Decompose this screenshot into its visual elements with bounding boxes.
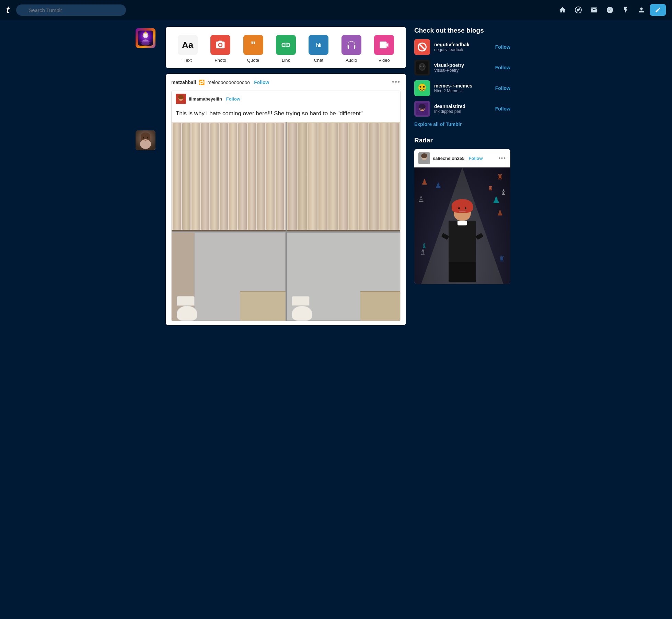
post-follow-button[interactable]: Follow	[254, 80, 269, 85]
blog-tagline-2: Visual-Poetry	[434, 68, 491, 73]
chess-piece-1: ♟	[421, 178, 428, 187]
post-author[interactable]: matzahball	[171, 80, 196, 85]
chess-piece-8: ♜	[498, 255, 505, 264]
reblogged-username[interactable]: lilmamabeyellin	[189, 96, 222, 102]
radar-follow-button[interactable]: Follow	[469, 156, 483, 161]
svg-point-32	[423, 86, 425, 88]
blog-avatar-2[interactable]	[414, 60, 430, 75]
text-label: Text	[184, 58, 192, 63]
quote-label: Quote	[247, 58, 259, 63]
blog-name-1[interactable]: negutivfeadbak	[434, 42, 491, 47]
right-sidebar: Check out these blogs negutivfeadbak neg…	[414, 27, 510, 294]
post-more-button[interactable]: •••	[392, 79, 401, 86]
blog-info-1: negutivfeadbak negutiv feadbak	[434, 42, 491, 52]
post-type-photo[interactable]: Photo	[210, 35, 230, 63]
reblogged-content: lilmamabeyellin Follow This is why I hat…	[171, 91, 401, 321]
tumblr-logo[interactable]: t	[6, 4, 9, 15]
chess-illustration: ♟ ♜ ♝ ♙ ♟ ♗ ♟ ♜	[414, 167, 510, 284]
post-header: matzahball 🔁 melooooooooooooo Follow •••	[166, 74, 406, 91]
svg-point-36	[419, 105, 422, 110]
link-label: Link	[282, 58, 290, 63]
blog-info-4: deannaistired Ink dipped pen	[434, 104, 491, 114]
reblogged-follow-button[interactable]: Follow	[226, 96, 240, 102]
svg-point-19	[178, 95, 184, 99]
blog-tagline-4: Ink dipped pen	[434, 109, 491, 114]
account-button[interactable]	[634, 3, 649, 16]
search-input[interactable]	[16, 4, 126, 16]
svg-point-15	[143, 137, 144, 139]
mail-button[interactable]	[587, 3, 601, 16]
audio-label: Audio	[346, 58, 357, 63]
reblog-icon: 🔁	[199, 80, 205, 85]
quote-icon: "	[243, 35, 263, 55]
blog-item-3: memes-r-memes Nice 2 Meme U Follow	[414, 80, 510, 96]
user-avatar-bottom[interactable]	[136, 130, 155, 150]
radar-image[interactable]: ♟ ♜ ♝ ♙ ♟ ♗ ♟ ♜	[414, 167, 510, 284]
svg-point-27	[420, 66, 421, 67]
compose-button[interactable]	[650, 4, 666, 16]
reblogged-text: This is why I hate coming over here!!! S…	[172, 107, 400, 122]
link-icon	[276, 35, 296, 55]
blog-info-3: memes-r-memes Nice 2 Meme U	[434, 83, 491, 93]
chess-piece-5: ♟	[497, 209, 503, 218]
photo-icon	[210, 35, 230, 55]
blog-avatar-1[interactable]	[414, 39, 430, 55]
blog-name-4[interactable]: deannaistired	[434, 104, 491, 109]
radar-avatar[interactable]	[418, 152, 430, 164]
follow-button-4[interactable]: Follow	[495, 106, 510, 112]
home-button[interactable]	[555, 3, 570, 16]
follow-button-1[interactable]: Follow	[495, 44, 510, 50]
reblogged-header: lilmamabeyellin Follow	[172, 91, 400, 107]
chess-queen-figure	[440, 202, 485, 284]
svg-point-31	[420, 86, 421, 88]
follow-button-2[interactable]: Follow	[495, 65, 510, 70]
activity-button[interactable]	[618, 3, 633, 16]
svg-marker-1	[577, 9, 580, 11]
svg-point-26	[420, 64, 425, 70]
post-card: matzahball 🔁 melooooooooooooo Follow •••	[166, 74, 406, 325]
post-type-picker: Aa Text Photo " Quote Link hi!	[166, 27, 406, 68]
blog-item-1: negutivfeadbak negutiv feadbak Follow	[414, 39, 510, 55]
post-type-quote[interactable]: " Quote	[243, 35, 263, 63]
svg-point-5	[141, 42, 150, 46]
post-reblogger[interactable]: melooooooooooooo	[207, 80, 250, 85]
audio-icon	[341, 35, 361, 55]
svg-point-14	[140, 139, 151, 149]
video-icon	[374, 35, 394, 55]
chess-piece-2: ♜	[497, 173, 503, 182]
post-type-chat[interactable]: hi! Chat	[309, 35, 328, 63]
follow-button-3[interactable]: Follow	[495, 85, 510, 91]
svg-point-28	[423, 66, 424, 67]
radar-title: Radar	[414, 137, 510, 144]
post-type-video[interactable]: Video	[374, 35, 394, 63]
radar-card: saliechelon255 Follow ••• ♟ ♜ ♝ ♙ ♟	[414, 149, 510, 284]
emoji-button[interactable]	[603, 3, 617, 16]
svg-point-40	[421, 153, 427, 158]
text-icon: Aa	[178, 35, 198, 55]
blog-avatar-3[interactable]	[414, 80, 430, 96]
blog-name-3[interactable]: memes-r-memes	[434, 83, 491, 89]
user-avatar-top[interactable]	[136, 28, 155, 48]
post-type-text[interactable]: Aa Text	[178, 35, 198, 63]
left-sidebar	[136, 27, 158, 150]
svg-point-6	[144, 32, 147, 34]
blog-info-2: visual-poetry Visual-Poetry	[434, 62, 491, 73]
radar-more-button[interactable]: •••	[498, 155, 506, 161]
blog-avatar-4[interactable]	[414, 101, 430, 117]
radar-header: saliechelon255 Follow •••	[414, 149, 510, 167]
chat-label: Chat	[314, 58, 323, 63]
explore-all-button[interactable]: Explore all of Tumblr	[414, 121, 462, 127]
navbar: t 🔍	[0, 0, 672, 20]
svg-point-16	[147, 137, 148, 139]
post-type-audio[interactable]: Audio	[341, 35, 361, 63]
radar-section: Radar saliechelon255 Follow •••	[414, 137, 510, 284]
search-wrapper: 🔍	[16, 4, 126, 16]
blogs-section: Check out these blogs negutivfeadbak neg…	[414, 27, 510, 127]
chess-piece-7: ♟	[435, 181, 442, 190]
explore-button[interactable]	[571, 3, 586, 16]
navbar-icons	[555, 3, 666, 16]
post-type-link[interactable]: Link	[276, 35, 296, 63]
radar-username[interactable]: saliechelon255	[433, 156, 465, 161]
blog-name-2[interactable]: visual-poetry	[434, 62, 491, 68]
svg-point-4	[144, 34, 147, 37]
